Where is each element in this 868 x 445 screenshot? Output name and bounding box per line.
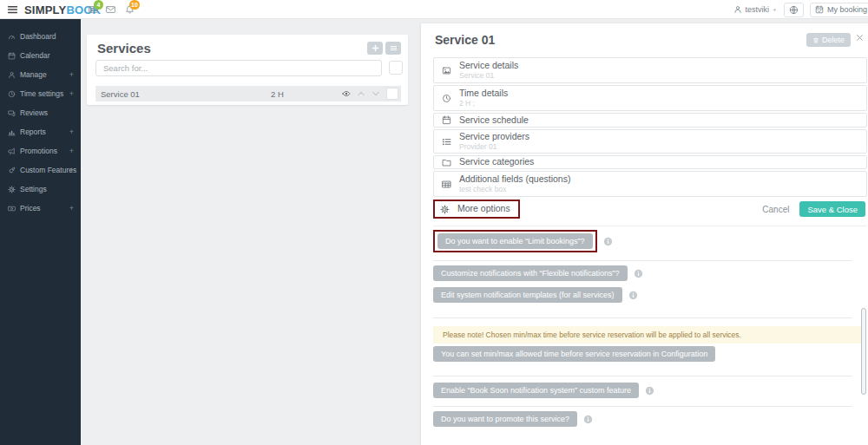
expand-plus: + bbox=[69, 70, 74, 79]
flexible-notifications-button[interactable]: Customize notifications with “Flexible n… bbox=[433, 265, 628, 281]
sidebar-item-custom-features[interactable]: Custom Features + bbox=[0, 160, 81, 180]
sidebar-item-calendar[interactable]: Calendar bbox=[0, 46, 81, 65]
calendar-icon bbox=[442, 115, 451, 125]
sidebar-item-dashboard[interactable]: Dashboard bbox=[0, 27, 81, 46]
section-time-details[interactable]: Time details 2 H ; bbox=[433, 85, 867, 111]
info-icon[interactable] bbox=[645, 386, 654, 396]
section-subtitle: Provider 01 bbox=[459, 142, 529, 151]
section-service-details[interactable]: Service details Service 01 bbox=[433, 57, 867, 83]
flexible-notifications-row: Customize notifications with “Flexible n… bbox=[433, 265, 643, 281]
chevron-down-icon bbox=[772, 7, 778, 13]
sidebar-item-reports[interactable]: Reports + bbox=[0, 122, 81, 141]
section-service-categories[interactable]: Service categories bbox=[433, 155, 867, 169]
gauge-icon bbox=[8, 33, 16, 41]
my-booking-site-button[interactable]: My booking si bbox=[810, 3, 868, 17]
info-icon[interactable] bbox=[634, 269, 643, 278]
comments-icon bbox=[8, 109, 16, 117]
clock-icon bbox=[442, 94, 451, 103]
info-icon[interactable] bbox=[583, 415, 593, 424]
select-all-checkbox[interactable] bbox=[389, 61, 403, 75]
user-icon bbox=[8, 71, 16, 79]
save-and-close-button[interactable]: Save & Close bbox=[799, 201, 865, 217]
info-icon[interactable] bbox=[628, 291, 638, 300]
sidebar-item-label: Prices bbox=[20, 204, 41, 213]
promote-service-button[interactable]: Do you want to promote this service? bbox=[433, 411, 577, 427]
section-subtitle: 2 H ; bbox=[459, 99, 508, 108]
image-icon bbox=[442, 66, 451, 75]
chevron-down-icon[interactable] bbox=[372, 89, 380, 98]
rocket-icon bbox=[8, 167, 16, 174]
sidebar: Dashboard Calendar Manage + Time setting… bbox=[0, 19, 81, 445]
promote-row: Do you want to promote this service? bbox=[433, 411, 593, 427]
service-checkbox[interactable] bbox=[386, 88, 398, 100]
chart-icon bbox=[8, 128, 16, 136]
divider bbox=[433, 376, 852, 376]
table-icon bbox=[442, 180, 451, 189]
divider bbox=[433, 317, 852, 318]
cancel-button[interactable]: Cancel bbox=[762, 205, 789, 214]
edit-templates-button[interactable]: Edit system notification templates (for … bbox=[433, 287, 622, 303]
expand-plus: + bbox=[69, 89, 74, 98]
divider bbox=[433, 226, 866, 226]
sidebar-item-label: Calendar bbox=[20, 51, 50, 60]
sidebar-item-label: Custom Features bbox=[20, 166, 76, 174]
sidebar-item-manage[interactable]: Manage + bbox=[0, 65, 81, 84]
globe-icon bbox=[789, 5, 799, 15]
booking-site-label: My booking si bbox=[827, 5, 868, 14]
sidebar-item-label: Manage bbox=[20, 70, 47, 79]
sidebar-item-prices[interactable]: Prices + bbox=[0, 199, 81, 218]
bullhorn-icon bbox=[8, 147, 16, 155]
section-more-options[interactable]: More options Cancel Save & Close bbox=[433, 199, 867, 219]
chevron-up-icon[interactable] bbox=[357, 89, 365, 98]
delete-label: Delete bbox=[822, 36, 845, 44]
annotation-box-limit-bookings: Do you want to enable “Limit bookings”? bbox=[433, 230, 597, 252]
annotation-box-more-options: More options bbox=[433, 200, 520, 218]
section-label: Time details bbox=[459, 88, 508, 99]
list-view-button[interactable] bbox=[385, 42, 401, 55]
book-soon-button[interactable]: Enable “Book Soon notification system” c… bbox=[433, 383, 639, 398]
folder-icon bbox=[442, 158, 451, 167]
topbar-right-group: testviki My booking si bbox=[733, 0, 868, 19]
bell-badge: 10 bbox=[129, 0, 140, 10]
service-row[interactable]: Service 01 2 H bbox=[95, 86, 401, 101]
section-label: Service providers bbox=[459, 131, 529, 142]
sidebar-item-label: Settings bbox=[20, 185, 47, 193]
section-label: Service details bbox=[459, 60, 518, 71]
mail-icon[interactable] bbox=[105, 4, 116, 15]
delete-button[interactable]: Delete bbox=[806, 33, 851, 47]
close-icon[interactable] bbox=[856, 34, 864, 42]
minmax-notice-text: Please note! Chosen min/max time before … bbox=[443, 330, 741, 339]
sidebar-item-settings[interactable]: Settings bbox=[0, 180, 81, 199]
list-rows-icon bbox=[442, 137, 451, 147]
expand-plus: + bbox=[69, 166, 74, 174]
expand-plus: + bbox=[69, 147, 74, 155]
language-globe-button[interactable] bbox=[784, 3, 804, 17]
minmax-notice: Please note! Chosen min/max time before … bbox=[433, 326, 866, 344]
eye-icon[interactable] bbox=[342, 89, 351, 98]
gears-icon bbox=[8, 186, 16, 193]
user-menu[interactable]: testviki bbox=[733, 5, 778, 14]
scrollbar-thumb[interactable] bbox=[861, 308, 866, 395]
trash-icon bbox=[812, 36, 819, 44]
sidebar-item-label: Dashboard bbox=[20, 32, 56, 41]
add-service-button[interactable] bbox=[367, 42, 383, 55]
limit-bookings-button[interactable]: Do you want to enable “Limit bookings”? bbox=[437, 233, 593, 249]
section-service-providers[interactable]: Service providers Provider 01 bbox=[433, 129, 867, 154]
search-input[interactable] bbox=[95, 60, 382, 76]
hamburger-menu-icon[interactable] bbox=[7, 4, 18, 15]
sidebar-item-time-settings[interactable]: Time settings + bbox=[0, 84, 81, 103]
news-badge: 4 bbox=[94, 0, 103, 10]
sidebar-item-reviews[interactable]: Reviews bbox=[0, 103, 81, 122]
list-icon bbox=[390, 44, 398, 52]
minmax-config-button[interactable]: You can set min/max allowed time before … bbox=[433, 346, 715, 362]
money-icon bbox=[8, 205, 16, 213]
section-additional-fields[interactable]: Additional fields (questions) test check… bbox=[433, 171, 867, 197]
info-icon[interactable] bbox=[603, 237, 613, 246]
section-service-schedule[interactable]: Service schedule bbox=[433, 113, 867, 128]
plus-icon bbox=[372, 44, 379, 52]
divider bbox=[433, 406, 852, 407]
topbar: SIMPLYBOOK 4 10 testviki My booking si bbox=[0, 0, 868, 19]
limit-bookings-row: Do you want to enable “Limit bookings”? bbox=[433, 230, 613, 252]
section-label: Service categories bbox=[459, 156, 534, 167]
sidebar-item-promotions[interactable]: Promotions + bbox=[0, 141, 81, 160]
